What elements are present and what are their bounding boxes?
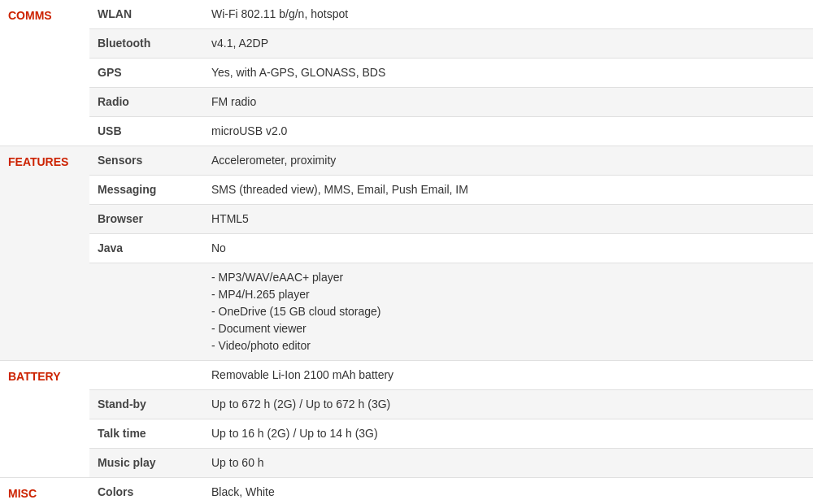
spec-label: Stand-by (89, 390, 203, 419)
spec-label: Browser (89, 205, 203, 234)
spec-label: Talk time (89, 419, 203, 449)
spec-label: Music play (89, 449, 203, 478)
spec-value: - MP3/WAV/eAAC+ player- MP4/H.265 player… (203, 263, 813, 361)
spec-value: Removable Li-Ion 2100 mAh battery (203, 361, 813, 390)
spec-value: microUSB v2.0 (203, 117, 813, 146)
spec-value: Accelerometer, proximity (203, 146, 813, 176)
category-battery: BATTERY (0, 361, 89, 478)
spec-table: COMMSWLANWi-Fi 802.11 b/g/n, hotspotBlue… (0, 0, 813, 504)
spec-value: No (203, 234, 813, 263)
category-comms: COMMS (0, 0, 89, 146)
spec-value: Black, White (203, 478, 813, 505)
spec-label: Java (89, 234, 203, 263)
spec-value: HTML5 (203, 205, 813, 234)
spec-label: Messaging (89, 176, 203, 205)
spec-value: SMS (threaded view), MMS, Email, Push Em… (203, 176, 813, 205)
spec-value: Up to 60 h (203, 449, 813, 478)
spec-label (89, 263, 203, 361)
spec-label: WLAN (89, 0, 203, 29)
spec-value: Yes, with A-GPS, GLONASS, BDS (203, 59, 813, 88)
spec-value: v4.1, A2DP (203, 29, 813, 59)
spec-value: Up to 672 h (2G) / Up to 672 h (3G) (203, 390, 813, 419)
spec-label: Colors (89, 478, 203, 505)
spec-value: FM radio (203, 88, 813, 117)
spec-label: GPS (89, 59, 203, 88)
category-features: FEATURES (0, 146, 89, 361)
spec-label: Radio (89, 88, 203, 117)
spec-label (89, 361, 203, 390)
spec-label: Bluetooth (89, 29, 203, 59)
spec-value: Wi-Fi 802.11 b/g/n, hotspot (203, 0, 813, 29)
spec-label: USB (89, 117, 203, 146)
spec-value: Up to 16 h (2G) / Up to 14 h (3G) (203, 419, 813, 449)
category-misc: MISC (0, 478, 89, 505)
spec-label: Sensors (89, 146, 203, 176)
